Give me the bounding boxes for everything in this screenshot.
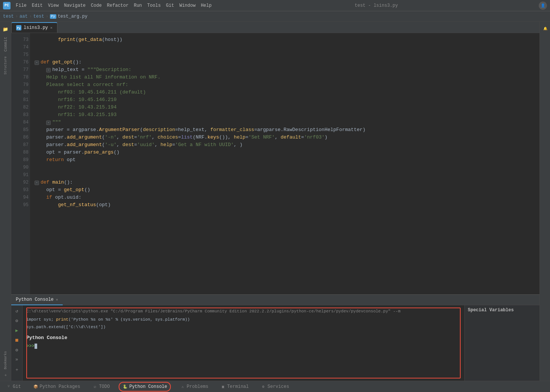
code-line-95: get_nf_status(opt): [35, 201, 535, 209]
breadcrumb-file: Py test_arg.py: [50, 14, 87, 19]
menu-code[interactable]: Code: [89, 2, 104, 9]
code-line-80: nrf03: 10.45.146.211 (default): [35, 89, 535, 96]
console-cursor: [35, 344, 37, 349]
code-line-92: -def main():: [35, 179, 535, 186]
console-content[interactable]: C:\d\test\venv\Scripts\python.exe "C:/d/…: [23, 305, 464, 381]
breadcrumb-bar: test › aat › test › Py test_arg.py: [0, 11, 550, 22]
terminal-label: Terminal: [227, 384, 249, 389]
bottom-tab-problems[interactable]: ⚠ Problems: [177, 383, 211, 391]
menu-git[interactable]: Git: [164, 2, 176, 9]
bottom-bar: ⑂ Git 📦 Python Packages ☑ TODO 🐍 Python …: [0, 381, 550, 392]
menu-tools[interactable]: Tools: [145, 2, 163, 9]
editor-area: Py lsins3.py ✕ 73 74 75 76 77 78 79 80 8…: [11, 22, 539, 381]
line-numbers: 73 74 75 76 77 78 79 80 81 82 83 84 85 8…: [11, 33, 30, 294]
menu-help[interactable]: Help: [199, 2, 214, 9]
code-line-86: parser.add_argument('-n', dest='nrf', ch…: [35, 134, 535, 141]
code-line-94: if opt.uuid:: [35, 194, 535, 201]
console-tab-python[interactable]: Python Console ✕: [11, 295, 63, 305]
menu-edit[interactable]: Edit: [30, 2, 45, 9]
code-line-91: [35, 171, 535, 179]
breadcrumb-test[interactable]: test: [3, 14, 14, 19]
menu-run[interactable]: Run: [131, 2, 144, 9]
stop-btn[interactable]: ⏹: [13, 336, 21, 344]
menu-file[interactable]: File: [14, 2, 29, 9]
code-content[interactable]: fprint(get_data(host)) -def get_opt(): -…: [30, 33, 539, 294]
console-tab-bar: Python Console ✕: [11, 295, 539, 305]
add-icon[interactable]: ＋: [4, 372, 8, 378]
bottom-tab-python-console[interactable]: 🐍 Python Console: [119, 382, 171, 392]
console-import-line: import sys; print('Python %s on %s' % (s…: [26, 316, 461, 323]
code-line-81: nrf16: 10.45.146.210: [35, 96, 535, 104]
console-prompt: >>>: [26, 343, 35, 350]
console-settings-btn[interactable]: ⚙: [13, 317, 21, 325]
project-icon[interactable]: 📁: [1, 25, 10, 34]
window-title: test - lsins3.py: [355, 3, 398, 8]
menu-navigate[interactable]: Navigate: [62, 2, 88, 9]
code-line-85: parser = argparse.ArgumentParser(descrip…: [35, 126, 535, 134]
python-packages-label: Python Packages: [40, 384, 80, 389]
console-tab-close[interactable]: ✕: [56, 297, 58, 302]
code-line-90: [35, 164, 535, 171]
bookmarks-label[interactable]: Bookmarks: [3, 350, 8, 371]
console-input-line[interactable]: >>>: [26, 343, 461, 350]
problems-label: Problems: [187, 384, 208, 389]
bottom-tab-terminal[interactable]: ▣ Terminal: [217, 383, 252, 391]
restart-console-btn[interactable]: ↺: [13, 307, 21, 315]
todo-icon: ☑: [92, 384, 98, 389]
app-logo: PC: [3, 2, 11, 9]
code-line-87: parser.add_argument('-u', dest='uuid', h…: [35, 141, 535, 149]
code-line-84: -""": [35, 119, 535, 126]
notifications-label[interactable]: 🔔: [542, 25, 548, 32]
breadcrumb-test2[interactable]: test: [33, 14, 44, 19]
bottom-tab-python-packages[interactable]: 📦 Python Packages: [30, 383, 83, 391]
right-sidebar: 🔔: [539, 22, 550, 381]
main-layout: 📁 Commit Structure Bookmarks ＋ Py lsins3…: [0, 22, 550, 381]
file-type-badge: Py: [50, 14, 56, 19]
console-panel: Python Console ✕ ↺ ⚙ ▶ ⏹ ⚙ » ＋ C:\d\te: [11, 294, 539, 381]
tab-label: lsins3.py: [24, 25, 48, 30]
console-body: ↺ ⚙ ▶ ⏹ ⚙ » ＋ C:\d\test\venv\Scripts\pyt…: [11, 305, 539, 381]
breadcrumb-aat[interactable]: aat: [20, 14, 28, 19]
add-btn[interactable]: ＋: [13, 365, 21, 374]
menu-bar: File Edit View Navigate Code Refactor Ru…: [14, 2, 214, 9]
code-editor: 73 74 75 76 77 78 79 80 81 82 83 84 85 8…: [11, 33, 539, 294]
code-line-79: Please select a correct nrf:: [35, 81, 535, 89]
code-line-75: [35, 51, 535, 59]
console-python-title: Python Console: [26, 335, 461, 341]
menu-window[interactable]: Window: [177, 2, 198, 9]
code-line-74: [35, 44, 535, 51]
commit-label[interactable]: Commit: [3, 35, 9, 53]
gear-btn[interactable]: ⚙: [13, 346, 21, 354]
special-vars-title: Special Variables: [468, 308, 536, 313]
console-toolbar: ↺ ⚙ ▶ ⏹ ⚙ » ＋: [11, 305, 23, 381]
structure-label[interactable]: Structure: [3, 55, 8, 76]
code-line-73: fprint(get_data(host)): [35, 36, 535, 44]
git-label: Git: [13, 384, 21, 389]
bottom-tab-git[interactable]: ⑂ Git: [3, 383, 24, 391]
tab-bar: Py lsins3.py ✕: [11, 22, 539, 33]
code-line-88: opt = parser.parse_args(): [35, 149, 535, 156]
git-icon: ⑂: [6, 384, 11, 389]
bottom-tab-services[interactable]: ⚙ Services: [258, 383, 292, 391]
console-syspath-line: sys.path.extend(['C:\\d\\test']): [26, 323, 461, 331]
code-line-77: -help_text = """Description:: [35, 66, 535, 74]
python-console-icon: 🐍: [122, 384, 128, 389]
special-vars-panel: Special Variables: [464, 305, 539, 381]
more-btn[interactable]: »: [13, 356, 21, 364]
menu-view[interactable]: View: [46, 2, 61, 9]
problems-icon: ⚠: [180, 384, 185, 389]
code-line-89: return opt: [35, 156, 535, 164]
code-line-82: nrf22: 10.43.215.194: [35, 104, 535, 111]
tab-close-button[interactable]: ✕: [50, 26, 53, 30]
run-btn[interactable]: ▶: [13, 326, 21, 335]
tab-file-icon: Py: [16, 25, 21, 30]
user-avatar[interactable]: 👤: [539, 2, 547, 10]
bottom-tab-todo[interactable]: ☑ TODO: [89, 383, 113, 391]
console-tab-label: Python Console: [16, 297, 54, 302]
services-label: Services: [268, 384, 289, 389]
console-command-line: C:\d\test\venv\Scripts\python.exe "C:/d/…: [26, 308, 461, 315]
python-console-label: Python Console: [129, 384, 167, 389]
code-line-76: -def get_opt():: [35, 59, 535, 66]
editor-tab-lsins3py[interactable]: Py lsins3.py ✕: [11, 22, 57, 33]
menu-refactor[interactable]: Refactor: [105, 2, 131, 9]
